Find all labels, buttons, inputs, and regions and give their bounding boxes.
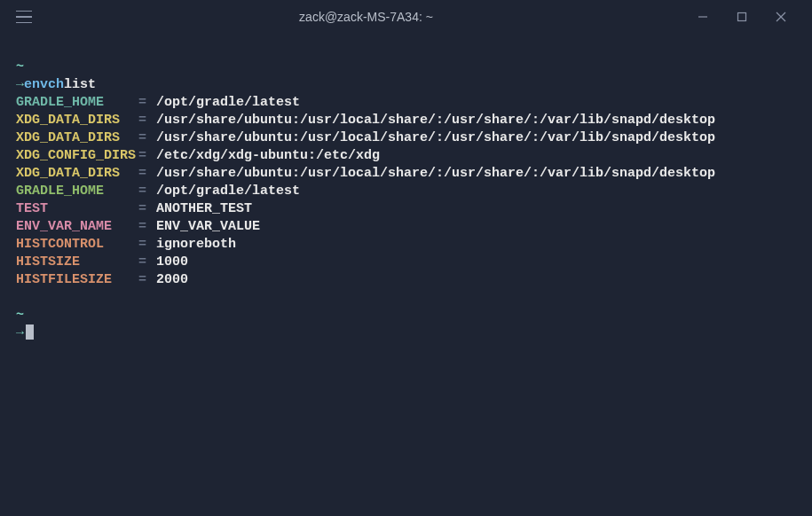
- equals-sign: =: [138, 94, 156, 112]
- env-var-row: GRADLE_HOME=/opt/gradle/latest: [16, 94, 796, 112]
- env-var-name: XDG_CONFIG_DIRS: [16, 147, 138, 165]
- env-var-value: /usr/share/ubuntu:/usr/local/share/:/usr…: [156, 165, 715, 183]
- tilde: ~: [16, 59, 24, 76]
- env-var-name: XDG_DATA_DIRS: [16, 129, 138, 147]
- svg-rect-1: [738, 13, 746, 21]
- titlebar: zack@zack-MS-7A34: ~: [0, 0, 812, 34]
- env-var-row: ENV_VAR_NAME=ENV_VAR_VALUE: [16, 218, 796, 236]
- env-var-name: GRADLE_HOME: [16, 183, 138, 200]
- cursor: [26, 324, 34, 340]
- arrow-icon: →: [16, 324, 24, 342]
- env-var-name: TEST: [16, 200, 138, 218]
- env-var-value: /opt/gradle/latest: [156, 183, 300, 200]
- env-var-row: XDG_DATA_DIRS=/usr/share/ubuntu:/usr/loc…: [16, 165, 796, 183]
- env-var-name: XDG_DATA_DIRS: [16, 165, 138, 183]
- minimize-button[interactable]: [695, 9, 711, 25]
- env-var-value: ENV_VAR_VALUE: [156, 218, 260, 236]
- equals-sign: =: [138, 236, 156, 254]
- env-var-row: HISTCONTROL=ignoreboth: [16, 236, 796, 254]
- env-var-value: 1000: [156, 254, 188, 271]
- equals-sign: =: [138, 200, 156, 218]
- env-var-value: /usr/share/ubuntu:/usr/local/share/:/usr…: [156, 112, 715, 129]
- window-title: zack@zack-MS-7A34: ~: [37, 10, 695, 24]
- menu-icon[interactable]: [16, 6, 37, 27]
- arrow-icon: →: [16, 76, 24, 94]
- env-var-row: TEST=ANOTHER_TEST: [16, 200, 796, 218]
- env-var-value: /usr/share/ubuntu:/usr/local/share/:/usr…: [156, 129, 715, 147]
- maximize-button[interactable]: [734, 9, 750, 25]
- window-controls: [695, 9, 789, 25]
- command-line: → envch list: [16, 76, 796, 94]
- env-var-row: XDG_DATA_DIRS=/usr/share/ubuntu:/usr/loc…: [16, 129, 796, 147]
- env-var-name: HISTFILESIZE: [16, 271, 138, 289]
- equals-sign: =: [138, 112, 156, 129]
- env-var-value: /opt/gradle/latest: [156, 94, 300, 112]
- prompt-line: ~: [16, 59, 796, 76]
- equals-sign: =: [138, 129, 156, 147]
- env-var-value: ignoreboth: [156, 236, 236, 254]
- equals-sign: =: [138, 165, 156, 183]
- equals-sign: =: [138, 254, 156, 271]
- equals-sign: =: [138, 271, 156, 289]
- env-var-value: ANOTHER_TEST: [156, 200, 252, 218]
- env-var-row: XDG_DATA_DIRS=/usr/share/ubuntu:/usr/loc…: [16, 112, 796, 129]
- env-var-name: GRADLE_HOME: [16, 94, 138, 112]
- env-var-name: XDG_DATA_DIRS: [16, 112, 138, 129]
- env-var-name: ENV_VAR_NAME: [16, 218, 138, 236]
- equals-sign: =: [138, 147, 156, 165]
- env-var-name: HISTCONTROL: [16, 236, 138, 254]
- env-var-value: 2000: [156, 271, 188, 289]
- equals-sign: =: [138, 183, 156, 200]
- env-var-row: HISTSIZE=1000: [16, 254, 796, 271]
- env-var-row: GRADLE_HOME=/opt/gradle/latest: [16, 183, 796, 200]
- env-var-row: HISTFILESIZE=2000: [16, 271, 796, 289]
- close-button[interactable]: [773, 9, 789, 25]
- env-var-name: HISTSIZE: [16, 254, 138, 271]
- prompt-line: ~: [16, 307, 796, 324]
- tilde: ~: [16, 307, 24, 324]
- env-var-row: XDG_CONFIG_DIRS=/etc/xdg/xdg-ubuntu:/etc…: [16, 147, 796, 165]
- command: envch: [24, 76, 64, 94]
- command-arg: list: [64, 76, 96, 94]
- prompt-ready: →: [16, 324, 796, 342]
- env-var-value: /etc/xdg/xdg-ubuntu:/etc/xdg: [156, 147, 380, 165]
- equals-sign: =: [138, 218, 156, 236]
- terminal-output[interactable]: ~ → envch list GRADLE_HOME=/opt/gradle/l…: [0, 34, 812, 349]
